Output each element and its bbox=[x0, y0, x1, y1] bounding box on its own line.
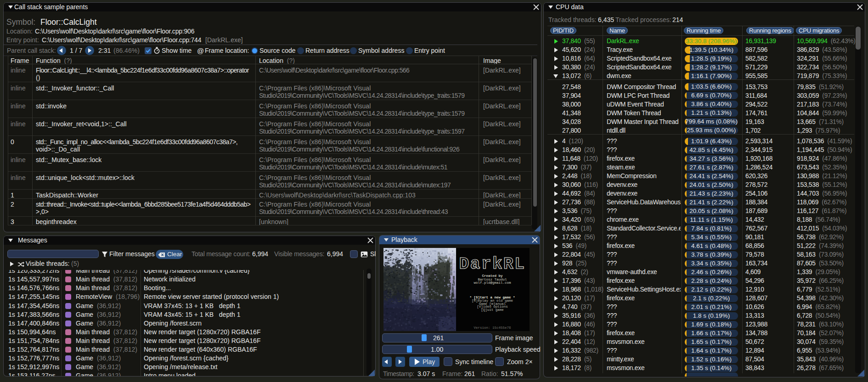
svg-text:[Q]uit game: [Q]uit game bbox=[481, 308, 504, 312]
svg-text:wolf.pld@gmail.com: wolf.pld@gmail.com bbox=[473, 281, 511, 285]
svg-text:DarkRL: DarkRL bbox=[459, 255, 526, 274]
svg-text:Created by: Created by bbox=[482, 274, 503, 278]
svg-text:Version: 15c455e76: Version: 15c455e76 bbox=[473, 326, 511, 330]
